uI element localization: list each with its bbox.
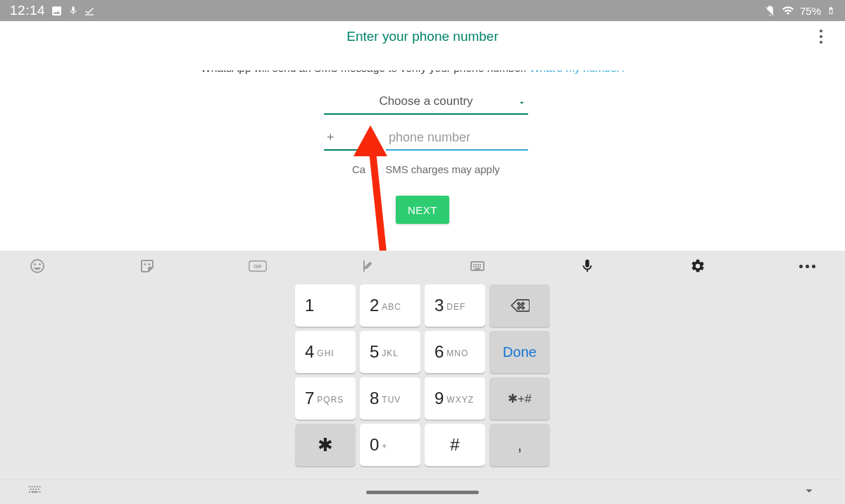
key-backspace[interactable]	[489, 284, 550, 327]
key-0[interactable]: 0+	[360, 424, 420, 466]
key-4[interactable]: 4GHI	[295, 331, 356, 373]
keyboard-toolbar: GIF	[0, 251, 845, 282]
image-icon	[51, 5, 63, 17]
soft-keyboard: GIF 1 2ABC 3DEF	[0, 251, 845, 479]
next-button[interactable]: NEXT	[396, 196, 449, 224]
handwriting-icon[interactable]	[356, 254, 380, 278]
plus-prefix: +	[327, 130, 334, 145]
status-bar: 12:14 75%	[0, 0, 845, 21]
mute-icon	[764, 5, 776, 17]
next-button-label: NEXT	[408, 204, 437, 216]
wifi-icon	[782, 4, 794, 17]
keyboard-mode-icon[interactable]	[465, 254, 489, 278]
key-8[interactable]: 8TUV	[360, 377, 420, 420]
phone-number-input[interactable]: phone number	[386, 125, 528, 151]
navigation-bar	[0, 479, 845, 504]
gif-icon[interactable]: GIF	[246, 254, 270, 278]
voice-input-icon[interactable]	[575, 254, 599, 278]
country-label: Choose a country	[379, 94, 472, 108]
status-time: 12:14	[10, 3, 45, 18]
mic-icon	[68, 6, 78, 15]
keypad: 1 2ABC 3DEF 4GHI 5JKL 6MNO Done 7PQRS 8T…	[0, 282, 845, 466]
key-7[interactable]: 7PQRS	[295, 377, 356, 420]
sticker-icon[interactable]	[135, 254, 159, 278]
battery-icon	[827, 4, 835, 17]
key-star[interactable]: ✱	[295, 424, 356, 466]
battery-percent: 75%	[800, 5, 821, 17]
hide-keyboard-icon[interactable]	[801, 483, 817, 501]
key-symbols[interactable]: ✱+#	[489, 377, 550, 420]
app-header: Enter your phone number	[0, 21, 845, 52]
overflow-menu-button[interactable]	[814, 24, 828, 49]
download-complete-icon	[84, 5, 95, 16]
key-comma[interactable]: ,	[489, 424, 550, 466]
phone-placeholder: phone number	[389, 130, 470, 145]
dropdown-caret-icon	[517, 97, 527, 111]
key-6[interactable]: 6MNO	[425, 331, 485, 373]
key-9[interactable]: 9WXYZ	[425, 377, 485, 420]
svg-text:GIF: GIF	[253, 263, 262, 270]
annotation-arrow-icon	[353, 125, 387, 156]
key-1[interactable]: 1	[295, 284, 356, 327]
key-hash[interactable]: #	[425, 424, 485, 466]
key-3[interactable]: 3DEF	[425, 284, 485, 327]
keyboard-more-icon[interactable]	[796, 254, 820, 278]
page-title: Enter your phone number	[346, 29, 498, 44]
emoji-icon[interactable]	[25, 254, 49, 278]
svg-rect-0	[85, 14, 94, 15]
country-selector[interactable]: Choose a country	[324, 89, 528, 115]
key-2[interactable]: 2ABC	[360, 284, 420, 327]
key-5[interactable]: 5JKL	[360, 331, 420, 373]
gesture-handle[interactable]	[366, 491, 479, 494]
key-done[interactable]: Done	[489, 331, 550, 373]
annotation-arrow-line	[368, 138, 387, 260]
keyboard-settings-icon[interactable]	[686, 254, 710, 278]
